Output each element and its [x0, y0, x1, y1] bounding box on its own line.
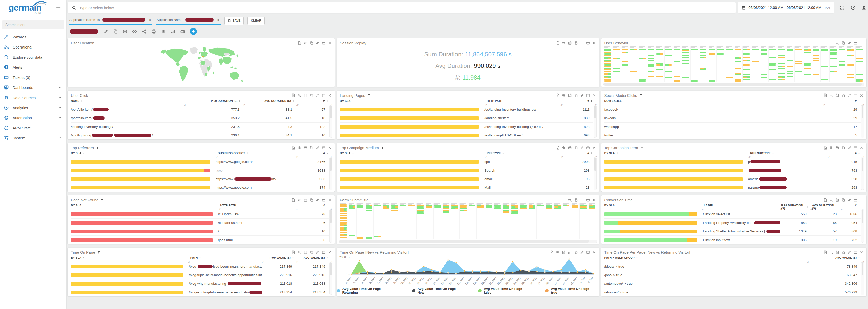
flow-step-chip[interactable] [589, 205, 595, 206]
flow-step-chip[interactable] [374, 236, 381, 237]
calendar-icon[interactable] [562, 250, 566, 254]
flow-step-chip[interactable] [804, 64, 810, 66]
flow-step-chip[interactable] [340, 218, 346, 219]
flow-step-chip[interactable] [604, 52, 611, 53]
flow-step-chip[interactable] [674, 80, 680, 82]
sort-icon[interactable] [81, 99, 83, 102]
flow-step-chip[interactable] [709, 53, 715, 55]
table-row[interactable]: /jobs/ > true68.347 [604, 271, 861, 279]
flow-step-chip[interactable] [340, 211, 346, 213]
flow-step-chip[interactable] [830, 66, 837, 67]
flow-step-chip[interactable] [804, 74, 810, 75]
flow-step-chip[interactable] [340, 206, 346, 208]
save-button[interactable]: SAVE [224, 17, 244, 25]
flow-step-chip[interactable] [604, 69, 611, 70]
window-icon[interactable] [854, 250, 857, 254]
flow-step-chip[interactable] [648, 66, 654, 67]
flow-step-chip[interactable] [486, 207, 492, 208]
flow-step-chip[interactable] [503, 207, 509, 208]
flow-step-chip[interactable] [709, 80, 715, 82]
flow-step-chip[interactable] [856, 79, 863, 80]
copy-icon[interactable] [113, 29, 118, 34]
flow-step-chip[interactable] [366, 210, 372, 211]
flow-step-chip[interactable] [340, 215, 346, 216]
vertical-scrollbar[interactable] [329, 262, 332, 295]
calendar-icon[interactable] [835, 250, 839, 254]
flow-step-chip[interactable] [682, 52, 689, 53]
sidebar-search-input[interactable]: Search menu [2, 20, 64, 29]
edit-icon[interactable] [580, 146, 584, 150]
global-search[interactable] [68, 2, 736, 13]
column-header-ref-type[interactable]: REF TYPE// [487, 152, 562, 155]
flow-step-chip[interactable] [813, 60, 819, 61]
csv-icon[interactable] [291, 93, 295, 97]
edit-icon[interactable] [580, 198, 584, 202]
flow-step-chip[interactable] [613, 71, 620, 72]
sidebar-item-dashboards[interactable]: Dashboards [0, 82, 66, 92]
flow-step-chip[interactable] [821, 66, 828, 67]
flow-step-chip[interactable] [813, 50, 819, 51]
flow-step-chip[interactable] [769, 64, 776, 66]
flow-step-chip[interactable] [769, 63, 776, 64]
csv-icon[interactable] [291, 198, 295, 202]
flow-step-chip[interactable] [700, 55, 706, 56]
table-row[interactable]: parque293 [604, 183, 861, 191]
copy-icon[interactable] [310, 250, 313, 254]
flow-step-chip[interactable] [503, 208, 509, 210]
csv-icon[interactable] [550, 250, 554, 254]
flow-step-chip[interactable] [665, 77, 672, 78]
column-header-by-sla[interactable]: BY SLA// [340, 99, 487, 102]
flow-step-chip[interactable] [503, 212, 509, 213]
flow-step-chip[interactable] [630, 71, 637, 72]
flow-step-chip[interactable] [786, 50, 793, 51]
close-icon[interactable] [592, 250, 596, 254]
table-row[interactable]: /automotive/ > true342.306 [604, 279, 861, 288]
eye-icon[interactable] [132, 29, 137, 34]
flow-step-chip[interactable] [571, 207, 578, 208]
flow-step-chip[interactable] [443, 212, 450, 213]
column-header-[interactable]: #// [843, 204, 864, 207]
table-row[interactable]: cpc7903 [340, 158, 593, 166]
flow-step-chip[interactable] [656, 49, 663, 50]
column-header-by-sla[interactable]: BY SLA// [604, 152, 750, 155]
flow-step-chip[interactable] [648, 64, 654, 66]
table-row[interactable]: p915 [604, 158, 861, 166]
scrollbar-thumb[interactable] [862, 158, 863, 171]
flow-step-chip[interactable] [786, 72, 793, 74]
flow-step-chip[interactable] [743, 49, 750, 50]
calendar-icon[interactable] [568, 93, 572, 97]
scrollbar-thumb[interactable] [862, 262, 863, 275]
flow-step-chip[interactable] [804, 68, 810, 69]
flow-step-chip[interactable] [494, 207, 501, 208]
flow-step-chip[interactable] [512, 212, 518, 213]
flow-step-chip[interactable] [417, 213, 424, 214]
csv-icon[interactable] [823, 93, 827, 97]
sidebar-item-alerts[interactable]: Alerts [0, 62, 66, 72]
flow-step-chip[interactable] [778, 57, 784, 58]
column-header-name[interactable]: NAME// [71, 99, 186, 102]
flow-step-chip[interactable] [366, 205, 372, 206]
close-icon[interactable] [328, 146, 332, 150]
window-icon[interactable] [322, 93, 326, 97]
global-search-input[interactable] [79, 5, 732, 10]
calendar-icon[interactable] [304, 93, 307, 97]
flow-step-chip[interactable] [477, 207, 484, 208]
flow-step-chip[interactable] [340, 235, 346, 237]
flow-step-chip[interactable] [726, 49, 732, 50]
sort-icon[interactable] [326, 204, 329, 207]
column-header-[interactable]: #// [562, 152, 596, 155]
column-header-[interactable]: #// [298, 204, 332, 207]
csv-icon[interactable] [823, 198, 827, 202]
flow-step-chip[interactable] [604, 64, 611, 66]
window-icon[interactable] [586, 198, 590, 202]
copy-icon[interactable] [574, 93, 578, 97]
flow-step-chip[interactable] [520, 207, 527, 208]
filter-chip-application-name-2[interactable]: Application Name x [156, 16, 221, 25]
flow-step-chip[interactable] [648, 55, 654, 56]
flow-step-chip[interactable] [460, 208, 467, 210]
window-icon[interactable] [322, 198, 326, 202]
flow-step-chip[interactable] [604, 57, 611, 58]
flow-step-chip[interactable] [682, 50, 689, 51]
table-row[interactable]: /blog-triple-helix-model-benefits-opport… [71, 271, 329, 279]
table-row[interactable]: /jobs.html6 [71, 236, 329, 244]
